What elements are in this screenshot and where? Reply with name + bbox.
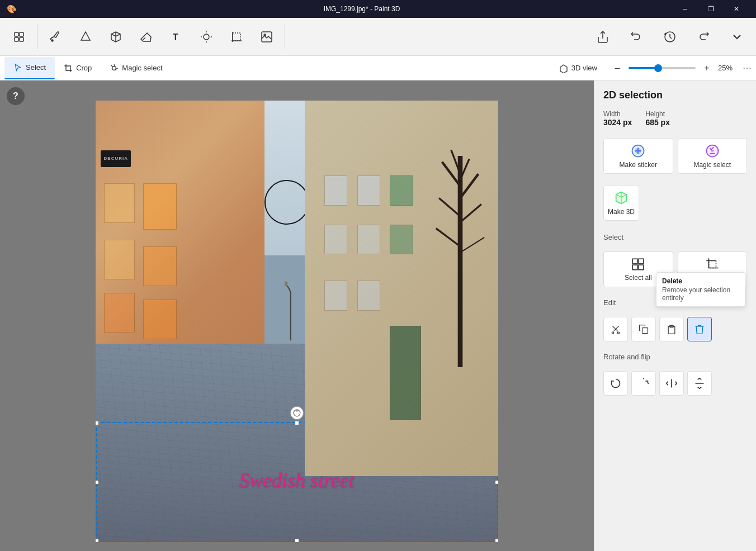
help-button[interactable]: ? — [7, 87, 25, 105]
street-photo: DECURIA — [96, 101, 498, 542]
make-sticker-button[interactable]: Make sticker — [603, 138, 673, 174]
svg-rect-12 — [233, 33, 240, 41]
select-section-title: Select — [603, 233, 747, 241]
select-tool-button[interactable]: Select — [4, 57, 55, 79]
svg-line-22 — [439, 198, 460, 216]
delete-tooltip-popup: Delete Remove your selection entirely — [656, 272, 745, 307]
toolbar-top: T — [0, 18, 756, 56]
zoom-slider[interactable] — [629, 67, 696, 69]
toolbar-divider-1 — [37, 25, 37, 49]
cut-button[interactable] — [603, 317, 628, 341]
make-3d-button[interactable]: Make 3D — [603, 185, 639, 221]
svg-rect-2 — [15, 37, 18, 41]
redo-button[interactable] — [689, 21, 718, 53]
crop-tool-button[interactable]: Crop — [55, 57, 101, 79]
height-field: Height 685 px — [645, 110, 670, 127]
minimize-button[interactable]: – — [672, 0, 698, 18]
text-button[interactable]: T — [162, 21, 191, 53]
canvas-area: ? DECURIA — [0, 80, 594, 551]
effects-button[interactable] — [192, 21, 221, 53]
dimensions-area: Width 3024 px Height 685 px — [603, 110, 747, 127]
zoom-percentage: 25% — [718, 64, 738, 72]
crop-resize-button[interactable] — [222, 21, 251, 53]
width-field: Width 3024 px — [603, 110, 632, 127]
edit-row: Delete Remove your selection entirely — [603, 317, 747, 341]
right-panel: 2D selection Width 3024 px Height 685 px… — [594, 80, 756, 551]
flip-horizontal-button[interactable] — [659, 371, 684, 396]
svg-point-39 — [617, 332, 619, 334]
svg-point-16 — [264, 34, 266, 36]
svg-rect-37 — [708, 261, 716, 268]
title-bar-controls: – ❐ ✕ — [672, 0, 749, 18]
svg-point-18 — [112, 66, 116, 70]
svg-point-7 — [204, 34, 209, 40]
building-sign: DECURIA — [101, 150, 131, 167]
panel-title: 2D selection — [603, 89, 747, 101]
sticker-button[interactable] — [252, 21, 281, 53]
zoom-out-button[interactable]: – — [611, 61, 624, 75]
rotate-ccw-button[interactable] — [603, 371, 628, 396]
svg-line-26 — [436, 228, 460, 246]
history-button[interactable] — [655, 21, 684, 53]
delete-button[interactable] — [687, 317, 712, 341]
brush-button[interactable] — [41, 21, 70, 53]
rotate-row — [603, 371, 747, 396]
undo-button[interactable] — [622, 21, 651, 53]
svg-marker-5 — [81, 32, 90, 40]
restore-button[interactable]: ❐ — [698, 0, 724, 18]
zoom-slider-fill — [629, 67, 655, 69]
shapes-button[interactable] — [71, 21, 100, 53]
subtoolbar: Select Crop Magic select 3D view – + 25%… — [0, 56, 756, 80]
copy-button[interactable] — [631, 317, 656, 341]
3d-view-button[interactable]: 3D view — [550, 57, 606, 79]
canvas-wrapper: DECURIA — [96, 101, 498, 542]
make-buttons-row: Make sticker Magic select — [603, 138, 747, 174]
svg-rect-1 — [20, 32, 23, 36]
svg-rect-0 — [15, 32, 18, 36]
rotate-flip-section-title: Rotate and flip — [603, 353, 747, 361]
svg-rect-3 — [20, 37, 23, 41]
svg-line-27 — [460, 237, 484, 252]
title-bar: 🎨 IMG_1299.jpg* - Paint 3D – ❐ ✕ — [0, 0, 756, 18]
3d-button[interactable] — [101, 21, 130, 53]
svg-line-21 — [460, 174, 478, 198]
flip-vertical-button[interactable] — [687, 371, 712, 396]
svg-point-38 — [612, 332, 613, 334]
zoom-controls: 3D view – + 25% ⋯ — [550, 57, 752, 79]
zoom-more-button[interactable]: ⋯ — [743, 63, 752, 73]
toolbar-divider-2 — [285, 25, 285, 49]
toolbar-more-button[interactable] — [722, 21, 752, 53]
zoom-in-button[interactable]: + — [700, 61, 714, 75]
svg-rect-40 — [642, 328, 648, 334]
share-button[interactable] — [588, 21, 617, 53]
magic-select-panel-button[interactable]: Magic select — [678, 138, 748, 174]
svg-line-23 — [460, 204, 481, 222]
svg-rect-36 — [639, 265, 644, 270]
magic-select-button[interactable]: Magic select — [101, 57, 171, 79]
svg-text:T: T — [173, 32, 178, 42]
svg-point-31 — [635, 148, 641, 154]
delete-tooltip: Delete Remove your selection entirely — [687, 317, 712, 341]
paste-button[interactable] — [659, 317, 684, 341]
svg-rect-35 — [633, 265, 638, 270]
rotate-cw-button[interactable] — [631, 371, 656, 396]
svg-rect-34 — [639, 259, 644, 264]
main-area: ? DECURIA — [0, 80, 756, 551]
toolbar-right-buttons — [588, 21, 752, 53]
svg-rect-33 — [633, 259, 638, 264]
erase-button[interactable] — [131, 21, 160, 53]
close-button[interactable]: ✕ — [724, 0, 749, 18]
window-title: IMG_1299.jpg* - Paint 3D — [51, 5, 672, 13]
zoom-slider-thumb[interactable] — [654, 64, 662, 72]
svg-point-4 — [51, 40, 53, 41]
file-menu-button[interactable] — [4, 21, 34, 53]
